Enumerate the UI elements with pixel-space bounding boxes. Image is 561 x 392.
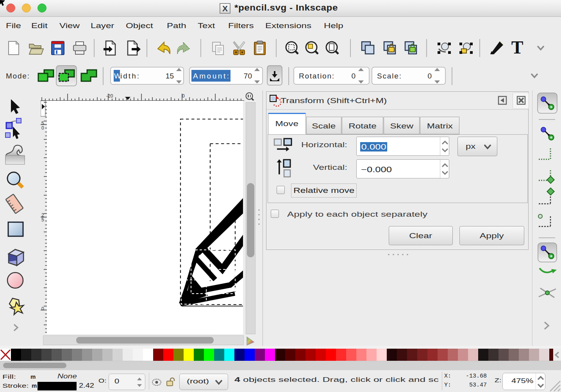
svg-text:0: 0	[41, 125, 44, 131]
svg-text:70: 70	[244, 72, 252, 80]
svg-text:T: T	[511, 37, 523, 57]
svg-text:0: 0	[427, 72, 432, 80]
svg-text:-20: -20	[106, 93, 113, 99]
svg-text:5: 5	[41, 217, 44, 223]
svg-text:0: 0	[41, 306, 44, 312]
svg-text:0: 0	[351, 72, 356, 80]
svg-text:0: 0	[182, 93, 185, 99]
svg-text:Rotation:: Rotation:	[299, 72, 334, 80]
svg-text:15: 15	[166, 72, 174, 80]
svg-text:Mode:: Mode:	[6, 72, 29, 80]
svg-text:Scale:: Scale:	[377, 72, 401, 80]
